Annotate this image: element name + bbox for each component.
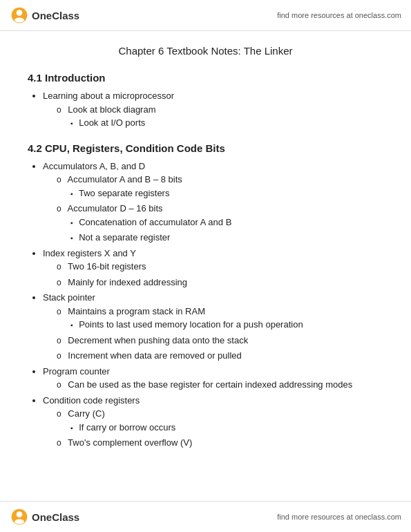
level3-list: Look at I/O ports [70, 116, 383, 130]
list-item: Decrement when pushing data onto the sta… [57, 334, 383, 348]
list-item: Program counter Can be used as the base … [43, 365, 383, 392]
logo-text: OneClass [32, 10, 79, 21]
footer-link: find more resources at oneclass.com [277, 513, 401, 521]
document-title: Chapter 6 Textbook Notes: The Linker [28, 45, 383, 57]
list-item: Mainly for indexed addressing [57, 276, 383, 289]
header: OneClass find more resources at oneclass… [0, 0, 411, 31]
section-4-1-list: Learning about a microprocessor Look at … [43, 89, 383, 130]
footer-oneclass-logo-icon [10, 507, 29, 526]
list-item: Index registers X and Y Two 16-bit regis… [43, 247, 383, 289]
svg-point-5 [15, 520, 24, 524]
list-item: Look at block diagram Look at I/O ports [57, 103, 383, 130]
section-4-2: 4.2 CPU, Registers, Condition Code Bits … [28, 142, 383, 450]
list-item: Not a separate register [70, 231, 383, 245]
list-item: Look at I/O ports [70, 116, 383, 130]
list-item: Concatenation of accumulator A and B [70, 216, 383, 229]
section-4-1-heading: 4.1 Introduction [28, 72, 383, 84]
list-item: Two separate registers [70, 187, 383, 200]
list-item: Carry (C) If carry or borrow occurs [57, 407, 383, 434]
list-item: If carry or borrow occurs [70, 421, 383, 435]
footer: OneClass find more resources at oneclass… [0, 501, 411, 532]
list-item: Learning about a microprocessor Look at … [43, 89, 383, 130]
section-4-2-list: Accumulators A, B, and D Accumulator A a… [43, 160, 383, 450]
svg-point-1 [17, 10, 23, 16]
list-item: Condition code registers Carry (C) If ca… [43, 394, 383, 450]
level2-list: Look at block diagram Look at I/O ports [57, 103, 383, 130]
oneclass-logo-icon [10, 6, 29, 25]
header-link: find more resources at oneclass.com [277, 11, 401, 19]
list-item: Two 16-bit registers [57, 260, 383, 274]
logo: OneClass [10, 6, 79, 25]
footer-logo-text: OneClass [32, 511, 79, 523]
footer-logo: OneClass [10, 507, 79, 526]
list-item: Accumulator A and B – 8 bits Two separat… [57, 173, 383, 200]
svg-point-4 [17, 511, 23, 517]
list-item: Accumulator D – 16 bits Concatenation of… [57, 202, 383, 245]
section-4-1: 4.1 Introduction Learning about a microp… [28, 72, 383, 130]
svg-point-2 [15, 18, 24, 23]
document-content: Chapter 6 Textbook Notes: The Linker 4.1… [0, 31, 411, 494]
list-item: Points to last used memory location for … [70, 318, 383, 332]
list-item: Increment when data are removed or pulle… [57, 349, 383, 363]
section-4-2-heading: 4.2 CPU, Registers, Condition Code Bits [28, 142, 383, 154]
list-item: Stack pointer Maintains a program stack … [43, 291, 383, 363]
list-item: Two's complement overflow (V) [57, 436, 383, 450]
list-item: Accumulators A, B, and D Accumulator A a… [43, 160, 383, 245]
list-item: Can be used as the base register for cer… [57, 378, 383, 392]
list-item: Maintains a program stack in RAM Points … [57, 305, 383, 332]
